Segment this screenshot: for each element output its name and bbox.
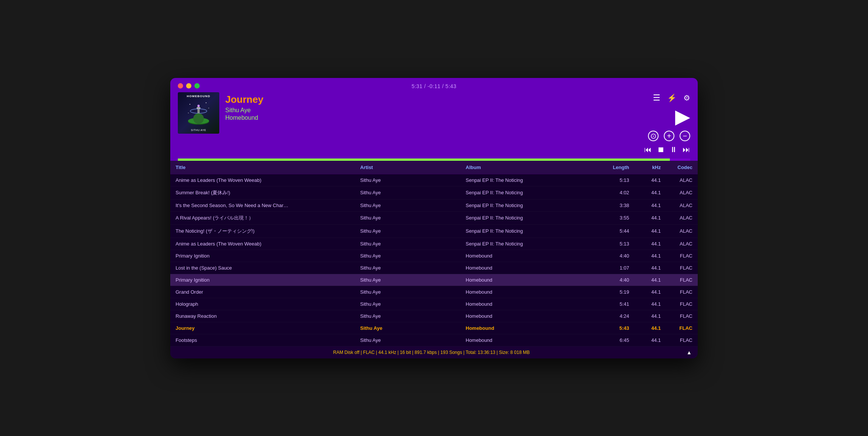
table-cell: 4:24 <box>592 310 634 322</box>
volume-down-button[interactable]: − <box>680 131 690 141</box>
header-title[interactable]: Title <box>170 161 355 174</box>
maximize-button[interactable] <box>194 83 200 88</box>
pause-button[interactable]: ⏸ <box>670 146 677 153</box>
table-cell: 44.1 <box>634 199 666 211</box>
table-cell: Anime as Leaders (The Woven Weeab) <box>170 238 355 250</box>
table-cell: Journey <box>170 322 355 334</box>
table-cell: Homebound <box>460 250 592 262</box>
table-cell: Sithu Aye <box>355 174 460 186</box>
settings-button[interactable]: ⚙ <box>683 94 690 102</box>
table-row[interactable]: It's the Second Season, So We Need a New… <box>170 199 698 211</box>
header-artist[interactable]: Artist <box>355 161 460 174</box>
table-row[interactable]: Primary IgnitionSithu AyeHomebound4:4044… <box>170 250 698 262</box>
table-cell: FLAC <box>666 250 698 262</box>
table-cell: Senpai EP II: The Noticing <box>460 174 592 186</box>
table-row[interactable]: The Noticing! (ザ・ノーティシング!)Sithu AyeSenpa… <box>170 224 698 238</box>
list-button[interactable]: ☰ <box>653 94 660 102</box>
track-artist: Sithu Aye <box>225 107 638 114</box>
svg-point-8 <box>208 108 209 108</box>
album-art: HOMEBOUND <box>178 92 219 134</box>
table-row[interactable]: Anime as Leaders (The Woven Weeab)Sithu … <box>170 174 698 186</box>
table-cell: Sithu Aye <box>355 224 460 238</box>
table-cell: 5:43 <box>592 322 634 334</box>
table-cell: FLAC <box>666 334 698 346</box>
table-cell: ALAC <box>666 211 698 224</box>
table-cell: Sithu Aye <box>355 199 460 211</box>
volume-icon[interactable]: ⊙ <box>648 131 659 141</box>
table-row[interactable]: JourneySithu AyeHomebound5:4344.1FLAC <box>170 322 698 334</box>
table-cell: 44.1 <box>634 274 666 286</box>
table-row[interactable]: Grand OrderSithu AyeHomebound5:1944.1FLA… <box>170 286 698 298</box>
stop-button[interactable]: ⏹ <box>657 146 665 153</box>
table-row[interactable]: A Rival Appears! (ライバル出現！）Sithu AyeSenpa… <box>170 211 698 224</box>
controls-right: ☰ ⚡ ⚙ ▶ ⊙ + − ⏮ ⏹ ⏸ ⏭ <box>644 92 690 153</box>
table-cell: Sithu Aye <box>355 286 460 298</box>
table-cell: FLAC <box>666 286 698 298</box>
minimize-button[interactable] <box>186 83 191 88</box>
table-row[interactable]: HolographSithu AyeHomebound5:4144.1FLAC <box>170 298 698 310</box>
table-cell: Runaway Reaction <box>170 310 355 322</box>
table-cell: ALAC <box>666 238 698 250</box>
volume-controls: ⊙ + − <box>648 131 690 141</box>
table-cell: ALAC <box>666 224 698 238</box>
track-info: Journey Sithu Aye Homebound <box>225 92 638 121</box>
table-cell: 6:45 <box>592 334 634 346</box>
prev-button[interactable]: ⏮ <box>644 146 652 153</box>
table-cell: 4:02 <box>592 186 634 199</box>
track-list: Title Artist Album Length kHz Codec Anim… <box>170 161 698 346</box>
close-button[interactable] <box>178 83 183 88</box>
table-cell: 44.1 <box>634 174 666 186</box>
table-header: Title Artist Album Length kHz Codec <box>170 161 698 174</box>
table-cell: 44.1 <box>634 262 666 274</box>
table-cell: 44.1 <box>634 211 666 224</box>
table-cell: ALAC <box>666 174 698 186</box>
table-cell: Senpai EP II: The Noticing <box>460 211 592 224</box>
table-cell: 4:40 <box>592 274 634 286</box>
album-art-image <box>185 100 212 126</box>
table-cell: 4:40 <box>592 250 634 262</box>
table-cell: It's the Second Season, So We Need a New… <box>170 199 355 211</box>
table-cell: 44.1 <box>634 238 666 250</box>
table-cell: 44.1 <box>634 310 666 322</box>
table-cell: ALAC <box>666 199 698 211</box>
track-album: Homebound <box>225 114 638 121</box>
table-cell: FLAC <box>666 310 698 322</box>
table-row[interactable]: Summer Break! (夏休み!)Sithu AyeSenpai EP I… <box>170 186 698 199</box>
header-khz[interactable]: kHz <box>634 161 666 174</box>
table-cell: Homebound <box>460 334 592 346</box>
table-row[interactable]: Anime as Leaders (The Woven Weeab)Sithu … <box>170 238 698 250</box>
table-cell: Lost in the (Space) Sauce <box>170 262 355 274</box>
table-cell: 5:41 <box>592 298 634 310</box>
table-cell: 5:13 <box>592 238 634 250</box>
table-cell: ALAC <box>666 186 698 199</box>
volume-up-button[interactable]: + <box>664 131 674 141</box>
table-cell: 44.1 <box>634 322 666 334</box>
table-cell: A Rival Appears! (ライバル出現！） <box>170 211 355 224</box>
table-cell: FLAC <box>666 298 698 310</box>
table-cell: Sithu Aye <box>355 322 460 334</box>
table-row[interactable]: FootstepsSithu AyeHomebound6:4544.1FLAC <box>170 334 698 346</box>
progress-bar[interactable] <box>178 159 690 161</box>
header-length[interactable]: Length <box>592 161 634 174</box>
svg-point-9 <box>188 113 189 113</box>
status-text: RAM Disk off | FLAC | 44.1 kHz | 16 bit … <box>176 350 686 355</box>
eq-button[interactable]: ⚡ <box>667 94 677 102</box>
table-cell: 44.1 <box>634 224 666 238</box>
table-cell: FLAC <box>666 262 698 274</box>
album-art-bottom-label: SITHU AYE <box>178 129 219 131</box>
table-cell: Sithu Aye <box>355 211 460 224</box>
scroll-top-button[interactable]: ▲ <box>686 349 692 355</box>
header-content: HOMEBOUND <box>178 92 690 159</box>
table-row[interactable]: Primary IgnitionSithu AyeHomebound4:4044… <box>170 274 698 286</box>
table-row[interactable]: Lost in the (Space) SauceSithu AyeHomebo… <box>170 262 698 274</box>
svg-point-6 <box>189 104 190 105</box>
table-cell: 1:07 <box>592 262 634 274</box>
progress-bar-fill <box>178 159 670 161</box>
header-codec[interactable]: Codec <box>666 161 698 174</box>
play-button[interactable]: ▶ <box>675 107 690 126</box>
table-row[interactable]: Runaway ReactionSithu AyeHomebound4:2444… <box>170 310 698 322</box>
table-cell: 44.1 <box>634 334 666 346</box>
header-album[interactable]: Album <box>460 161 592 174</box>
next-button[interactable]: ⏭ <box>683 146 690 153</box>
table-cell: Homebound <box>460 298 592 310</box>
